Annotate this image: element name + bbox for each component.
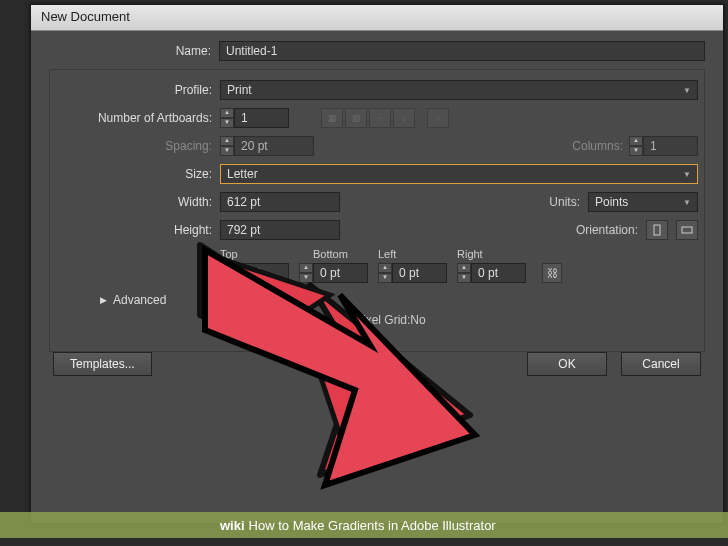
spacing-stepper[interactable]: ▲▼ <box>220 136 234 156</box>
svg-rect-0 <box>654 225 660 235</box>
info-line: ign to Pixel Grid:No <box>50 313 698 327</box>
name-field[interactable] <box>219 41 705 61</box>
size-dropdown[interactable]: Letter ▼ <box>220 164 698 184</box>
spacing-label: Spacing: <box>50 139 220 153</box>
ok-button[interactable]: OK <box>527 352 607 376</box>
arrange-grid-col-icon: ▥ <box>345 108 367 128</box>
new-document-dialog: New Document Name: Profile: Print ▼ Numb… <box>30 4 724 524</box>
columns-field[interactable] <box>643 136 698 156</box>
width-label: Width: <box>50 195 220 209</box>
profile-label: Profile: <box>50 83 220 97</box>
bleed-bottom-stepper[interactable]: ▲▼ <box>299 263 313 283</box>
bleed-left-stepper[interactable]: ▲▼ <box>378 263 392 283</box>
wikihow-banner: wiki How to Make Gradients in Adobe Illu… <box>0 512 728 538</box>
units-label: Units: <box>549 195 580 209</box>
bleed-top-field[interactable] <box>234 263 289 283</box>
cancel-button[interactable]: Cancel <box>621 352 701 376</box>
profile-value: Print <box>227 83 252 97</box>
bleed-top-label: Top <box>220 248 289 260</box>
dialog-title: New Document <box>31 5 723 31</box>
advanced-label: Advanced <box>113 293 166 307</box>
spacing-field[interactable] <box>234 136 314 156</box>
bleed-right-field[interactable] <box>471 263 526 283</box>
name-label: Name: <box>49 44 219 58</box>
arrange-row-icon: → <box>369 108 391 128</box>
bleed-right-label: Right <box>457 248 526 260</box>
artboards-label: Number of Artboards: <box>50 111 220 125</box>
advanced-toggle[interactable]: ▶ Advanced <box>100 293 698 307</box>
columns-label: Columns: <box>572 139 623 153</box>
bleed-bottom-field[interactable] <box>313 263 368 283</box>
width-field[interactable] <box>220 192 340 212</box>
triangle-right-icon: ▶ <box>100 295 107 305</box>
arrange-grid-row-icon: ▦ <box>321 108 343 128</box>
artboards-field[interactable] <box>234 108 289 128</box>
bleed-left-label: Left <box>378 248 447 260</box>
orientation-landscape-button[interactable] <box>676 220 698 240</box>
templates-button[interactable]: Templates... <box>53 352 152 376</box>
size-value: Letter <box>227 167 258 181</box>
size-label: Size: <box>50 167 220 181</box>
dialog-footer: Templates... OK Cancel <box>49 352 705 376</box>
bleed-top-stepper[interactable]: ▲▼ <box>220 263 234 283</box>
bleed-bottom-label: Bottom <box>313 248 368 260</box>
arrange-col-icon: ↓ <box>393 108 415 128</box>
chevron-down-icon: ▼ <box>683 198 691 207</box>
units-value: Points <box>595 195 628 209</box>
chevron-down-icon: ▼ <box>683 170 691 179</box>
bleed-right-stepper[interactable]: ▲▼ <box>457 263 471 283</box>
columns-stepper[interactable]: ▲▼ <box>629 136 643 156</box>
banner-text: How to Make Gradients in Adobe Illustrat… <box>249 518 496 533</box>
wikihow-logo: wiki <box>220 518 245 533</box>
artboards-stepper[interactable]: ▲▼ <box>220 108 234 128</box>
arrange-rtl-icon: → <box>427 108 449 128</box>
dialog-content: Name: Profile: Print ▼ Number of Artboar… <box>31 31 723 388</box>
settings-panel: Profile: Print ▼ Number of Artboards: ▲▼… <box>49 69 705 352</box>
height-label: Height: <box>50 223 220 237</box>
height-field[interactable] <box>220 220 340 240</box>
units-dropdown[interactable]: Points ▼ <box>588 192 698 212</box>
profile-dropdown[interactable]: Print ▼ <box>220 80 698 100</box>
bleed-group: Top ▲▼ Bottom ▲▼ Left ▲▼ <box>220 248 698 283</box>
link-bleed-icon[interactable]: ⛓ <box>542 263 562 283</box>
bleed-left-field[interactable] <box>392 263 447 283</box>
orientation-label: Orientation: <box>576 223 638 237</box>
chevron-down-icon: ▼ <box>683 86 691 95</box>
svg-rect-1 <box>682 227 692 233</box>
orientation-portrait-button[interactable] <box>646 220 668 240</box>
